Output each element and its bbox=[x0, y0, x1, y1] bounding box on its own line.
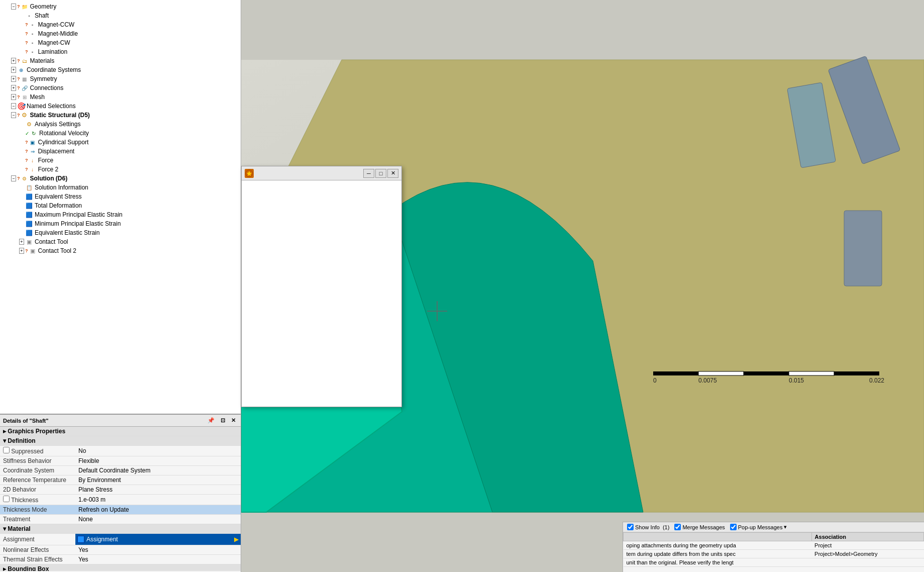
expand-contact-tool2[interactable] bbox=[18, 247, 25, 254]
svg-rect-13 bbox=[834, 371, 879, 375]
row-assignment[interactable]: Assignment Assignment ▶ bbox=[0, 534, 241, 545]
expand-named-sel[interactable] bbox=[10, 103, 17, 110]
dialog-title-left bbox=[245, 169, 254, 178]
dialog-minimize-button[interactable]: ─ bbox=[363, 169, 374, 178]
expand-static[interactable] bbox=[10, 112, 17, 119]
expand-contact-tool[interactable] bbox=[18, 238, 25, 245]
merge-messages-label[interactable]: Merge Messages bbox=[674, 524, 725, 530]
tree-item-shaft[interactable]: ▪ Shaft bbox=[0, 11, 241, 20]
val-ref-temp: By Environment bbox=[75, 475, 241, 485]
icon-cyl-support: ▣ bbox=[29, 138, 37, 146]
label-solution-d6: Solution (D6) bbox=[30, 175, 68, 182]
dialog-controls: ─ □ ✕ bbox=[363, 169, 398, 178]
details-panel: Details of "Shaft" 📌 ⊡ ✕ ▸ Graphics Prop… bbox=[0, 414, 241, 572]
qmark-symmetry: ? bbox=[17, 76, 20, 81]
msg-col-header bbox=[624, 533, 812, 541]
checkbox-thickness[interactable] bbox=[3, 496, 10, 502]
message-toolbar: Show Info (1) Merge Messages Pop-up Mess… bbox=[623, 522, 924, 532]
tree-item-max-principal[interactable]: 🟦 Maximum Principal Elastic Strain bbox=[0, 210, 241, 219]
tree-item-symmetry[interactable]: ? ▦ Symmetry bbox=[0, 74, 241, 83]
popup-dropdown-icon[interactable]: ▾ bbox=[784, 524, 787, 530]
icon-geometry: 📁 bbox=[21, 3, 29, 11]
assignment-cell[interactable]: Assignment ▶ bbox=[75, 534, 241, 545]
tree-item-sol-info[interactable]: 📋 Solution Information bbox=[0, 183, 241, 192]
tree-item-named-sel[interactable]: 🎯 Named Selections bbox=[0, 102, 241, 111]
key-suppressed: Suppressed bbox=[0, 446, 75, 456]
details-table: ▸ Graphics Properties ▾ Definition Sup bbox=[0, 427, 241, 571]
section-graphics-props[interactable]: ▸ Graphics Properties bbox=[0, 427, 241, 436]
tree-item-geometry[interactable]: ? 📁 Geometry bbox=[0, 2, 241, 11]
tree-item-rot-vel[interactable]: ✓ ↻ Rotational Velocity bbox=[0, 129, 241, 138]
tree-item-materials[interactable]: ? 🗂 Materials bbox=[0, 56, 241, 65]
assignment-arrow-icon[interactable]: ▶ bbox=[234, 536, 239, 543]
tree-item-connections[interactable]: ? 🔗 Connections bbox=[0, 83, 241, 92]
tree-item-static-struct[interactable]: ? ⚙ Static Structural (D5) bbox=[0, 111, 241, 120]
icon-solution-d6: ⚙ bbox=[21, 174, 29, 182]
tree-item-equiv-stress[interactable]: 🟦 Equivalent Stress bbox=[0, 192, 241, 201]
checkbox-suppressed[interactable] bbox=[3, 447, 10, 453]
icon-total-deform: 🟦 bbox=[25, 202, 33, 210]
label-shaft: Shaft bbox=[35, 12, 49, 19]
section-material-label: Material bbox=[8, 525, 30, 532]
dialog-close-button[interactable]: ✕ bbox=[387, 169, 398, 178]
tree-item-analysis-settings[interactable]: ⚙ Analysis Settings bbox=[0, 120, 241, 129]
icon-mesh: ⊞ bbox=[21, 93, 29, 101]
label-equiv-stress: Equivalent Stress bbox=[35, 193, 81, 200]
tree-item-magnet-middle[interactable]: ? ▪ Magnet-Middle bbox=[0, 29, 241, 38]
tree-item-total-deform[interactable]: 🟦 Total Deformation bbox=[0, 201, 241, 210]
section-material[interactable]: ▾ Material bbox=[0, 524, 241, 534]
tree-item-magnet-ccw[interactable]: ? ▪ Magnet-CCW bbox=[0, 20, 241, 29]
icon-max-principal: 🟦 bbox=[25, 211, 33, 219]
expand-conn[interactable] bbox=[10, 84, 17, 91]
tree-item-magnet-cw[interactable]: ? ▪ Magnet-CW bbox=[0, 38, 241, 47]
section-bounding-box[interactable]: ▸ Bounding Box bbox=[0, 564, 241, 571]
tree-item-contact-tool2[interactable]: ? ▣ Contact Tool 2 bbox=[0, 246, 241, 255]
expand-coord[interactable] bbox=[10, 66, 17, 73]
merge-checkbox[interactable] bbox=[674, 524, 681, 530]
expand-mesh[interactable] bbox=[10, 93, 17, 101]
tree-item-min-principal[interactable]: 🟦 Minimum Principal Elastic Strain bbox=[0, 219, 241, 228]
tree-item-solution-d6[interactable]: ? ⚙ Solution (D6) bbox=[0, 174, 241, 183]
message-row-3: unit than the original. Please verify th… bbox=[624, 558, 924, 567]
tree-item-displacement[interactable]: ? ⇒ Displacement bbox=[0, 147, 241, 156]
tree-item-force1[interactable]: ? ↓ Force bbox=[0, 156, 241, 165]
expand-solution-d6[interactable] bbox=[10, 175, 17, 182]
svg-rect-11 bbox=[744, 371, 789, 375]
key-nonlinear: Nonlinear Effects bbox=[0, 545, 75, 555]
section-definition[interactable]: ▾ Definition bbox=[0, 436, 241, 446]
icon-contact-tool2: ▣ bbox=[29, 247, 37, 255]
check-rot-vel: ✓ bbox=[25, 131, 29, 136]
tree-item-mesh[interactable]: ? ⊞ Mesh bbox=[0, 92, 241, 102]
tree-item-force2[interactable]: ? ↓ Force 2 bbox=[0, 165, 241, 174]
tree-area[interactable]: ? 📁 Geometry ▪ Shaft ? ▪ Magnet-CCW bbox=[0, 0, 241, 414]
details-content: ▸ Graphics Properties ▾ Definition Sup bbox=[0, 427, 241, 571]
message-panel: Show Info (1) Merge Messages Pop-up Mess… bbox=[623, 522, 924, 572]
qmark-force1: ? bbox=[25, 158, 28, 163]
expand-materials[interactable] bbox=[10, 57, 17, 64]
tree-item-lamination[interactable]: ? ▪ Lamination bbox=[0, 47, 241, 56]
popup-messages-label[interactable]: Pop-up Messages ▾ bbox=[730, 524, 787, 530]
tree-item-contact-tool[interactable]: ▣ Contact Tool bbox=[0, 237, 241, 246]
details-header: Details of "Shaft" 📌 ⊡ ✕ bbox=[0, 415, 241, 427]
tree-item-equiv-elastic[interactable]: 🟦 Equivalent Elastic Strain bbox=[0, 228, 241, 237]
expand-geometry[interactable] bbox=[10, 3, 17, 10]
val-2d-behavior: Plane Stress bbox=[75, 485, 241, 495]
show-info-checkbox[interactable] bbox=[627, 524, 634, 530]
label-contact-tool: Contact Tool bbox=[35, 238, 68, 245]
expand-symmetry[interactable] bbox=[10, 75, 17, 82]
key-coord-system: Coordinate System bbox=[0, 466, 75, 475]
detach-icon[interactable]: ⊡ bbox=[219, 416, 227, 425]
show-info-label[interactable]: Show Info (1) bbox=[627, 524, 669, 530]
pin-icon[interactable]: 📌 bbox=[206, 416, 217, 425]
close-details-icon[interactable]: ✕ bbox=[229, 416, 238, 425]
popup-checkbox[interactable] bbox=[730, 524, 737, 530]
dialog-maximize-button[interactable]: □ bbox=[375, 169, 386, 178]
tree-item-cyl-support[interactable]: ? ▣ Cylindrical Support bbox=[0, 138, 241, 147]
msg-assoc-2: Project>Model>Geometry bbox=[811, 550, 923, 558]
tree-item-coord-sys[interactable]: ⊕ Coordinate Systems bbox=[0, 65, 241, 74]
key-thermal-strain: Thermal Strain Effects bbox=[0, 555, 75, 564]
qmark-magnet-middle: ? bbox=[25, 31, 28, 36]
icon-named-sel: 🎯 bbox=[17, 102, 25, 110]
row-suppressed: Suppressed No bbox=[0, 446, 241, 456]
val-assignment[interactable]: Assignment ▶ bbox=[75, 534, 241, 545]
